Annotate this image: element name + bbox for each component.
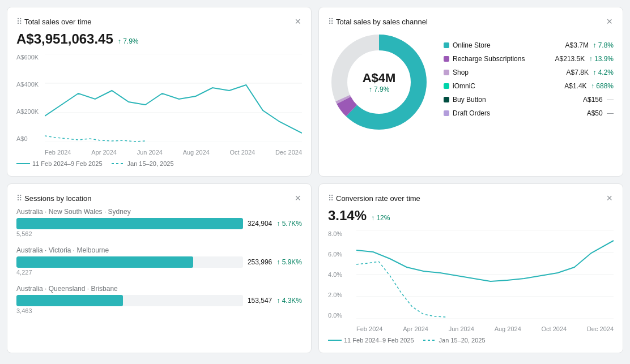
channel-trend-4: ↑ 688% — [591, 82, 614, 90]
channel-label-6: Draft Orders — [453, 109, 490, 117]
drag-icon[interactable]: ⠿ — [328, 17, 333, 26]
channel-trend-3: ↑ 4.2% — [593, 68, 614, 76]
card-header: ⠿ Total sales over time × — [16, 16, 302, 27]
sales-trend: ↑ 7.9% — [118, 37, 139, 45]
location-row-3: Australia · Queensland · Brisbane 153,54… — [16, 285, 302, 314]
location-row-1: Australia · New South Wales · Sydney 324… — [16, 208, 302, 237]
close-button[interactable]: × — [605, 193, 614, 203]
channel-label-1: Online Store — [453, 41, 491, 49]
channel-label-5: Buy Button — [453, 96, 486, 104]
location-name-1: Australia · New South Wales · Sydney — [16, 208, 302, 216]
conv-value: 3.14% — [328, 208, 367, 224]
bar-sub-3: 3,463 — [16, 307, 302, 314]
conv-chart-area: 8.0% 6.0% 4.0% 2.0% 0.0% — [328, 230, 614, 332]
drag-icon[interactable]: ⠿ — [328, 194, 333, 203]
bar-trend-1: ↑ 5.7K% — [276, 220, 302, 228]
location-name-3: Australia · Queensland · Brisbane — [16, 285, 302, 293]
chart-svg-wrap — [356, 230, 614, 319]
card-header: ⠿ Sessions by location × — [16, 193, 302, 203]
card-title-row: ⠿ Conversion rate over time — [328, 194, 420, 203]
bar-fill-1 — [16, 218, 243, 229]
bar-sub-2: 4,227 — [16, 269, 302, 276]
card-title-row: ⠿ Sessions by location — [16, 194, 92, 203]
sessions-location-card: ⠿ Sessions by location × Australia · New… — [7, 183, 312, 353]
legend-primary: 11 Feb 2024–9 Feb 2025 — [328, 337, 414, 344]
donut-layout: A$4M ↑ 7.9% Online Store A$3.7M ↑ 7.8% — [328, 31, 614, 133]
bar-fill-3 — [16, 295, 123, 306]
card-header: ⠿ Total sales by sales channel × — [328, 16, 614, 27]
card-header: ⠿ Conversion rate over time × — [328, 193, 614, 203]
x-axis: Feb 2024 Apr 2024 Jun 2024 Aug 2024 Oct … — [45, 149, 302, 156]
channel-dot-3 — [444, 70, 449, 75]
bar-value-3: 153,547 — [248, 297, 272, 305]
close-button[interactable]: × — [293, 193, 302, 203]
channel-dot-5 — [444, 97, 449, 102]
bar-track-2 — [16, 256, 243, 268]
legend-line-dashed — [112, 163, 125, 164]
metric-row: A$3,951,063.45 ↑ 7.9% — [16, 31, 302, 49]
conversion-rate-card: ⠿ Conversion rate over time × 3.14% ↑ 12… — [318, 183, 623, 353]
bar-track-3 — [16, 295, 243, 306]
sales-channel-card: ⠿ Total sales by sales channel × A$4M — [318, 7, 623, 177]
legend-secondary: Jan 15–20, 2025 — [423, 337, 486, 344]
channel-value-6: A$50 — [587, 109, 603, 117]
sales-chart-area: A$600K A$400K A$200K A$0 — [16, 54, 302, 156]
donut-legend: Online Store A$3.7M ↑ 7.8% Recharge Subs… — [444, 41, 614, 123]
channel-dot-1 — [444, 42, 449, 48]
legend-secondary: Jan 15–20, 2025 — [112, 160, 174, 167]
channel-trend-1: ↑ 7.8% — [593, 41, 614, 49]
channel-row-4: iOmniC A$1.4K ↑ 688% — [444, 82, 614, 90]
dashboard-grid: ⠿ Total sales over time × A$3,951,063.45… — [7, 7, 623, 353]
x-axis: Feb 2024 Apr 2024 Jun 2024 Aug 2024 Oct … — [356, 326, 614, 332]
channel-label-2: Recharge Subscriptions — [453, 55, 525, 63]
card-title: Total sales over time — [24, 18, 92, 26]
channel-value-2: A$213.5K — [555, 55, 585, 63]
channel-dot-6 — [444, 110, 449, 116]
total-sales-card: ⠿ Total sales over time × A$3,951,063.45… — [7, 7, 312, 177]
channel-value-4: A$1.4K — [564, 82, 586, 90]
legend-line-dashed — [423, 340, 437, 341]
channel-value-1: A$3.7M — [565, 41, 589, 49]
channel-row-6: Draft Orders A$50 — — [444, 109, 614, 117]
channel-value-5: A$156 — [583, 96, 603, 104]
channel-value-3: A$7.8K — [567, 68, 589, 76]
chart-legend: 11 Feb 2024–9 Feb 2025 Jan 15–20, 2025 — [16, 160, 302, 167]
drag-icon[interactable]: ⠿ — [16, 194, 21, 203]
legend-primary: 11 Feb 2024–9 Feb 2025 — [16, 160, 103, 167]
bar-value-1: 324,904 — [248, 220, 272, 228]
sales-value: A$3,951,063.45 — [16, 31, 113, 47]
bar-track-1 — [16, 218, 243, 229]
drag-icon[interactable]: ⠿ — [16, 17, 21, 26]
donut-center: A$4M ↑ 7.9% — [363, 71, 396, 93]
metric-row: 3.14% ↑ 12% — [328, 208, 614, 226]
close-button[interactable]: × — [293, 16, 302, 27]
legend-line-solid — [328, 340, 342, 341]
bar-value-2: 253,996 — [248, 258, 272, 266]
channel-row-5: Buy Button A$156 — — [444, 96, 614, 104]
legend-line-solid — [16, 163, 30, 164]
channel-dot-4 — [444, 83, 449, 89]
location-name-2: Australia · Victoria · Melbourne — [16, 246, 302, 254]
channel-trend-5: — — [607, 96, 614, 104]
channel-row-1: Online Store A$3.7M ↑ 7.8% — [444, 41, 614, 49]
channel-trend-6: — — [607, 109, 614, 117]
channel-label-4: iOmniC — [453, 82, 475, 90]
channel-label-3: Shop — [453, 68, 469, 76]
channel-trend-2: ↑ 13.9% — [589, 55, 614, 63]
y-axis: A$600K A$400K A$200K A$0 — [16, 54, 45, 142]
conv-trend: ↑ 12% — [371, 214, 390, 222]
card-title: Total sales by sales channel — [336, 18, 428, 26]
close-button[interactable]: × — [605, 16, 614, 27]
donut-chart: A$4M ↑ 7.9% — [328, 31, 430, 133]
bar-trend-2: ↑ 5.9K% — [276, 258, 302, 266]
card-title-row: ⠿ Total sales by sales channel — [328, 17, 428, 26]
bar-fill-2 — [16, 256, 193, 268]
card-title: Conversion rate over time — [336, 194, 420, 203]
y-axis: 8.0% 6.0% 4.0% 2.0% 0.0% — [328, 230, 356, 319]
donut-value: A$4M — [363, 71, 396, 85]
chart-legend: 11 Feb 2024–9 Feb 2025 Jan 15–20, 2025 — [328, 337, 614, 344]
card-title-row: ⠿ Total sales over time — [16, 17, 92, 26]
channel-dot-2 — [444, 56, 449, 62]
bar-sub-1: 5,562 — [16, 230, 302, 237]
donut-trend: ↑ 7.9% — [363, 85, 396, 93]
